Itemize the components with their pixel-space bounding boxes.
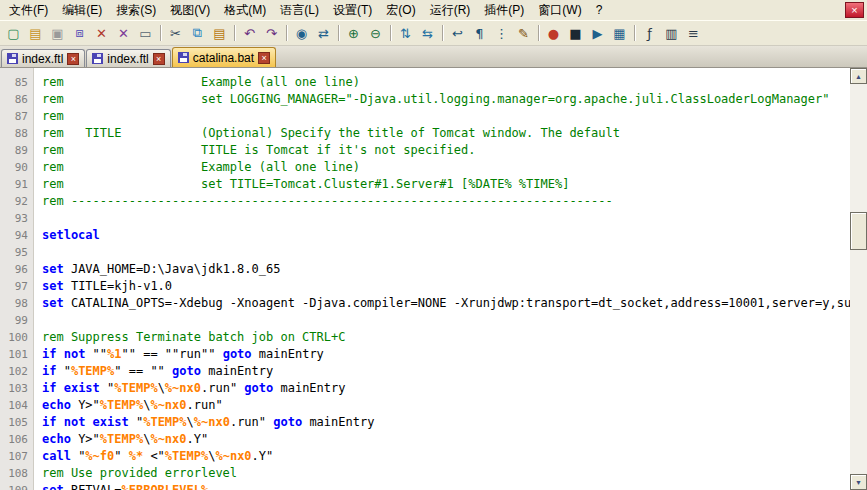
scroll-up-arrow-icon[interactable]: ▲ bbox=[850, 68, 867, 84]
code-text[interactable]: set JAVA_HOME=D:\Java\jdk1.8.0_65 bbox=[34, 261, 280, 278]
macro-play-icon[interactable]: ▶ bbox=[587, 23, 608, 44]
code-text[interactable]: rem ------------------------------------… bbox=[34, 193, 613, 210]
code-line: 89rem TITLE is Tomcat if it's not specif… bbox=[0, 142, 850, 159]
tab-close-icon[interactable]: × bbox=[67, 53, 79, 65]
code-text[interactable]: rem set TITLE=Tomcat.Cluster#1.Server#1 … bbox=[34, 176, 569, 193]
macro-record-icon[interactable]: ● bbox=[543, 23, 564, 44]
sync-horizontal-scroll-icon[interactable]: ⇆ bbox=[417, 23, 438, 44]
code-text[interactable]: if "%TEMP%" == "" goto mainEntry bbox=[34, 363, 273, 380]
menu-item[interactable]: 运行(R) bbox=[423, 0, 478, 21]
code-line: 93 bbox=[0, 210, 850, 227]
code-text[interactable] bbox=[34, 244, 42, 261]
code-text[interactable]: rem Example (all one line) bbox=[34, 74, 360, 91]
menu-item[interactable]: 视图(V) bbox=[163, 0, 217, 21]
macro-save-icon[interactable]: ▦ bbox=[609, 23, 630, 44]
sync-vertical-scroll-icon[interactable]: ⇅ bbox=[395, 23, 416, 44]
close-icon: × bbox=[851, 4, 857, 16]
code-text[interactable]: if not ""%1"" == ""run"" goto mainEntry bbox=[34, 346, 324, 363]
code-line: 99 bbox=[0, 312, 850, 329]
line-number: 100 bbox=[0, 329, 34, 346]
tab-label: catalina.bat bbox=[193, 51, 254, 65]
open-folder-icon[interactable]: ▤ bbox=[25, 23, 46, 44]
menu-item[interactable]: ? bbox=[589, 1, 610, 19]
tab-index.ftl[interactable]: index.ftl× bbox=[1, 49, 85, 67]
menu-item[interactable]: 文件(F) bbox=[2, 0, 55, 21]
code-text[interactable]: set RETVAL=%ERRORLEVEL% bbox=[34, 482, 208, 490]
tab-catalina.bat[interactable]: catalina.bat× bbox=[172, 47, 276, 67]
find-icon[interactable]: ◉ bbox=[291, 23, 312, 44]
menu-item[interactable]: 格式(M) bbox=[217, 0, 273, 21]
menu-bar: 文件(F)编辑(E)搜索(S)视图(V)格式(M)语言(L)设置(T)宏(O)运… bbox=[0, 0, 867, 20]
code-text[interactable]: if not exist "%TEMP%\%~nx0.run" goto mai… bbox=[34, 414, 374, 431]
function-list-icon[interactable]: ƒ bbox=[639, 23, 660, 44]
menu-item[interactable]: 编辑(E) bbox=[55, 0, 109, 21]
new-file-icon[interactable]: ▢ bbox=[3, 23, 24, 44]
code-text[interactable]: rem Suppress Terminate batch job on CTRL… bbox=[34, 329, 345, 346]
paste-icon[interactable]: ▤ bbox=[209, 23, 230, 44]
code-line: 87rem bbox=[0, 108, 850, 125]
code-text[interactable]: rem TITLE is Tomcat if it's not specifie… bbox=[34, 142, 475, 159]
toolbar-separator bbox=[634, 25, 635, 41]
cut-icon[interactable]: ✂ bbox=[165, 23, 186, 44]
show-all-characters-icon[interactable]: ¶ bbox=[469, 23, 490, 44]
document-switcher-icon[interactable]: ≡ bbox=[683, 23, 704, 44]
code-text[interactable]: rem TITLE (Optional) Specify the title o… bbox=[34, 125, 620, 142]
toolbar-separator bbox=[538, 25, 539, 41]
menu-item[interactable]: 语言(L) bbox=[273, 0, 326, 21]
redo-icon[interactable]: ↷ bbox=[261, 23, 282, 44]
code-text[interactable]: rem bbox=[34, 108, 64, 125]
scrollbar-thumb[interactable] bbox=[850, 212, 867, 250]
macro-stop-icon[interactable]: ■ bbox=[565, 23, 586, 44]
scroll-down-arrow-icon[interactable]: ▼ bbox=[850, 474, 867, 490]
word-wrap-icon[interactable]: ↩ bbox=[447, 23, 468, 44]
save-icon[interactable]: ▣ bbox=[47, 23, 68, 44]
code-line: 88rem TITLE (Optional) Specify the title… bbox=[0, 125, 850, 142]
code-text[interactable]: rem Example (all one line) bbox=[34, 159, 360, 176]
tab-close-icon[interactable]: × bbox=[258, 52, 270, 64]
code-line: 100rem Suppress Terminate batch job on C… bbox=[0, 329, 850, 346]
code-text[interactable]: setlocal bbox=[34, 227, 100, 244]
close-all-icon[interactable]: ✕ bbox=[113, 23, 134, 44]
tab-label: index.ftl bbox=[107, 52, 148, 66]
code-text[interactable]: set CATALINA_OPTS=-Xdebug -Xnoagent -Dja… bbox=[34, 295, 850, 312]
editor[interactable]: 85rem Example (all one line)86rem set LO… bbox=[0, 68, 850, 490]
copy-icon[interactable]: ⧉ bbox=[187, 23, 208, 44]
undo-icon[interactable]: ↶ bbox=[239, 23, 260, 44]
code-text[interactable]: set TITLE=kjh-v1.0 bbox=[34, 278, 172, 295]
code-text[interactable]: rem Use provided errorlevel bbox=[34, 465, 237, 482]
replace-icon[interactable]: ⇄ bbox=[313, 23, 334, 44]
window-close-button[interactable]: × bbox=[845, 2, 864, 18]
code-text[interactable]: call "%~f0" %* <"%TEMP%\%~nx0.Y" bbox=[34, 448, 273, 465]
code-area[interactable]: 85rem Example (all one line)86rem set LO… bbox=[0, 68, 850, 490]
toolbar-separator bbox=[234, 25, 235, 41]
code-text[interactable]: rem set LOGGING_MANAGER="-Djava.util.log… bbox=[34, 91, 829, 108]
code-text[interactable] bbox=[34, 210, 42, 227]
zoom-in-icon[interactable]: ⊕ bbox=[343, 23, 364, 44]
menu-item[interactable]: 搜索(S) bbox=[109, 0, 163, 21]
saved-file-icon bbox=[7, 53, 18, 64]
menu-item[interactable]: 插件(P) bbox=[477, 0, 531, 21]
print-icon[interactable]: ▭ bbox=[135, 23, 156, 44]
menu-item[interactable]: 窗口(W) bbox=[531, 0, 588, 21]
menu-item[interactable]: 设置(T) bbox=[326, 0, 379, 21]
code-text[interactable] bbox=[34, 312, 42, 329]
line-number: 96 bbox=[0, 261, 34, 278]
code-line: 108rem Use provided errorlevel bbox=[0, 465, 850, 482]
vertical-scrollbar[interactable]: ▲ ▼ bbox=[850, 68, 867, 490]
close-file-icon[interactable]: ✕ bbox=[91, 23, 112, 44]
document-map-icon[interactable]: ▥ bbox=[661, 23, 682, 44]
code-text[interactable]: if exist "%TEMP%\%~nx0.run" goto mainEnt… bbox=[34, 380, 346, 397]
line-number: 90 bbox=[0, 159, 34, 176]
code-line: 106echo Y>"%TEMP%\%~nx0.Y" bbox=[0, 431, 850, 448]
menu-item[interactable]: 宏(O) bbox=[379, 0, 422, 21]
tab-index.ftl[interactable]: index.ftl× bbox=[86, 49, 170, 67]
code-line: 101if not ""%1"" == ""run"" goto mainEnt… bbox=[0, 346, 850, 363]
line-number: 91 bbox=[0, 176, 34, 193]
code-text[interactable]: echo Y>"%TEMP%\%~nx0.run" bbox=[34, 397, 223, 414]
save-all-icon[interactable]: ⧈ bbox=[69, 23, 90, 44]
user-define-dialog-icon[interactable]: ✎ bbox=[513, 23, 534, 44]
tab-close-icon[interactable]: × bbox=[153, 53, 165, 65]
indent-guide-icon[interactable]: ⋮ bbox=[491, 23, 512, 44]
zoom-out-icon[interactable]: ⊖ bbox=[365, 23, 386, 44]
code-text[interactable]: echo Y>"%TEMP%\%~nx0.Y" bbox=[34, 431, 208, 448]
